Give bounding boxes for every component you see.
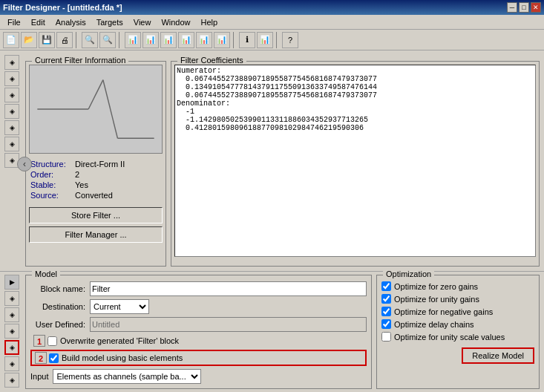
print-button[interactable]: 🖨 bbox=[56, 32, 73, 48]
side-icon-3[interactable]: ◈ bbox=[4, 88, 19, 102]
block-name-row: Block name: bbox=[30, 281, 367, 296]
destination-select[interactable]: Current bbox=[90, 299, 149, 314]
opt-zero-gains-label: Optimize for zero gains bbox=[394, 282, 478, 291]
opt-zero-gains-checkbox[interactable] bbox=[381, 281, 391, 291]
structure-row: Structure: Direct-Form II bbox=[30, 160, 161, 169]
menu-help[interactable]: Help bbox=[197, 16, 223, 28]
maximize-button[interactable]: □ bbox=[519, 2, 529, 13]
menu-view[interactable]: View bbox=[129, 16, 156, 28]
bottom-side-icon-5[interactable]: ◈ bbox=[4, 340, 19, 355]
open-button[interactable]: 📂 bbox=[21, 32, 37, 48]
order-label: Order: bbox=[30, 170, 75, 179]
block-name-label: Block name: bbox=[30, 284, 90, 293]
side-icon-5[interactable]: ◈ bbox=[4, 120, 19, 135]
help-button[interactable]: ? bbox=[282, 32, 298, 48]
analysis-button[interactable]: 📊 bbox=[142, 32, 159, 48]
input-select[interactable]: Elements as channels (sample ba... bbox=[53, 369, 201, 384]
stable-row: Stable: Yes bbox=[30, 180, 161, 189]
menu-targets[interactable]: Targets bbox=[92, 16, 128, 28]
destination-label: Destination: bbox=[30, 302, 90, 311]
minimize-button[interactable]: ─ bbox=[507, 2, 517, 13]
build-model-checkbox[interactable] bbox=[49, 353, 59, 363]
opt-delay-chains-checkbox[interactable] bbox=[381, 319, 391, 329]
tb-separator-3 bbox=[233, 32, 236, 48]
filter-button[interactable]: 📊 bbox=[178, 32, 194, 48]
top-section: ◈ ◈ ◈ ◈ ◈ ◈ ◈ Current Filter Information… bbox=[0, 50, 544, 271]
filter-props: Structure: Direct-Form II Order: 2 Stabl… bbox=[29, 157, 163, 204]
main-area: ◈ ◈ ◈ ◈ ◈ ◈ ◈ Current Filter Information… bbox=[0, 50, 544, 392]
user-defined-input bbox=[90, 317, 367, 332]
view3-button[interactable]: 📊 bbox=[214, 32, 230, 48]
filter-preview bbox=[29, 65, 163, 154]
filter-coeff-textarea[interactable]: Numerator: 0.067445527388907189558775456… bbox=[174, 65, 536, 257]
opt-negative-gains-label: Optimize for negative gains bbox=[394, 307, 493, 316]
opt-unity-gains-row: Optimize for unity gains bbox=[381, 294, 534, 304]
filter-manager-button[interactable]: Filter Manager ... bbox=[29, 226, 163, 243]
model-panel-title: Model bbox=[32, 270, 60, 278]
opt-delay-chains-row: Optimize delay chains bbox=[381, 319, 534, 329]
opt-negative-gains-row: Optimize for negative gains bbox=[381, 307, 534, 316]
bottom-side-icon-1[interactable]: ▶ bbox=[4, 275, 19, 290]
filter-info-panel: Current Filter Information ‹ Structure: … bbox=[25, 61, 166, 267]
toolbar: 📄 📂 💾 🖨 🔍 🔍 📊 📊 📊 📊 📊 📊 ℹ 📊 ? bbox=[0, 30, 544, 50]
source-value: Converted bbox=[75, 191, 113, 200]
side-icon-2[interactable]: ◈ bbox=[4, 71, 19, 86]
arrow-left-button[interactable]: ‹ bbox=[17, 157, 32, 172]
tb-separator-4 bbox=[276, 32, 279, 48]
side-icon-6[interactable]: ◈ bbox=[4, 137, 19, 151]
stable-label: Stable: bbox=[30, 180, 75, 189]
design-button[interactable]: 📊 bbox=[125, 32, 141, 48]
bottom-side-icon-2[interactable]: ◈ bbox=[4, 291, 19, 306]
realize-model-button[interactable]: Realize Model bbox=[462, 347, 534, 364]
build-model-row: 2 Build model using basic elements bbox=[30, 350, 367, 366]
opt-negative-gains-checkbox[interactable] bbox=[381, 307, 391, 316]
structure-value: Direct-Form II bbox=[75, 160, 125, 169]
save-button[interactable]: 💾 bbox=[39, 32, 55, 48]
side-icon-4[interactable]: ◈ bbox=[4, 104, 19, 119]
opt-unity-scale-label: Optimize for unity scale values bbox=[394, 333, 505, 342]
bottom-side-icon-6[interactable]: ◈ bbox=[4, 356, 19, 371]
pole-zero-button[interactable]: 📊 bbox=[160, 32, 177, 48]
tb-separator-1 bbox=[76, 32, 79, 48]
build-model-label: Build model using basic elements bbox=[62, 353, 183, 362]
menu-analysis[interactable]: Analysis bbox=[51, 16, 91, 28]
view2-button[interactable]: 📊 bbox=[196, 32, 212, 48]
side-icon-1[interactable]: ◈ bbox=[4, 55, 19, 70]
new-button[interactable]: 📄 bbox=[3, 32, 19, 48]
bottom-side-icon-4[interactable]: ◈ bbox=[4, 324, 19, 339]
input-row: Input Elements as channels (sample ba... bbox=[30, 369, 367, 384]
source-row: Source: Converted bbox=[30, 191, 161, 200]
zoom-in-button[interactable]: 🔍 bbox=[82, 32, 98, 48]
order-row: Order: 2 bbox=[30, 170, 161, 179]
badge-1: 1 bbox=[33, 335, 45, 347]
bottom-side-icon-7[interactable]: ◈ bbox=[4, 373, 19, 388]
block-name-input[interactable] bbox=[90, 281, 367, 296]
menu-bar: File Edit Analysis Targets View Window H… bbox=[0, 15, 544, 30]
structure-label: Structure: bbox=[30, 160, 75, 169]
window-title: Filter Designer - [untitled.fda *] bbox=[3, 3, 122, 12]
menu-file[interactable]: File bbox=[3, 16, 25, 28]
bottom-side-icons: ▶ ◈ ◈ ◈ ◈ ◈ ◈ bbox=[4, 275, 21, 389]
filter-coeff-title: Filter Coefficients bbox=[177, 56, 246, 65]
info-button[interactable]: ℹ bbox=[239, 32, 255, 48]
view4-button[interactable]: 📊 bbox=[257, 32, 273, 48]
opt-unity-scale-checkbox[interactable] bbox=[381, 332, 391, 342]
model-panel: Model Block name: Destination: Current U… bbox=[25, 275, 372, 389]
filter-info-title: Current Filter Information bbox=[32, 56, 128, 65]
bottom-side-icon-3[interactable]: ◈ bbox=[4, 307, 19, 322]
menu-edit[interactable]: Edit bbox=[27, 16, 50, 28]
order-value: 2 bbox=[75, 170, 79, 179]
opt-unity-gains-checkbox[interactable] bbox=[381, 294, 391, 304]
zoom-out-button[interactable]: 🔍 bbox=[99, 32, 116, 48]
store-filter-button[interactable]: Store Filter ... bbox=[29, 207, 163, 223]
title-bar-buttons: ─ □ ✕ bbox=[507, 2, 541, 13]
optimization-panel: Optimization Optimize for zero gains Opt… bbox=[376, 275, 540, 389]
close-button[interactable]: ✕ bbox=[531, 2, 541, 13]
overwrite-checkbox[interactable] bbox=[47, 336, 57, 346]
stable-value: Yes bbox=[75, 180, 88, 189]
user-defined-label: User Defined: bbox=[30, 320, 90, 329]
opt-delay-chains-label: Optimize delay chains bbox=[394, 320, 474, 329]
opt-unity-scale-row: Optimize for unity scale values bbox=[381, 332, 534, 342]
opt-unity-gains-label: Optimize for unity gains bbox=[394, 295, 479, 304]
menu-window[interactable]: Window bbox=[157, 16, 194, 28]
